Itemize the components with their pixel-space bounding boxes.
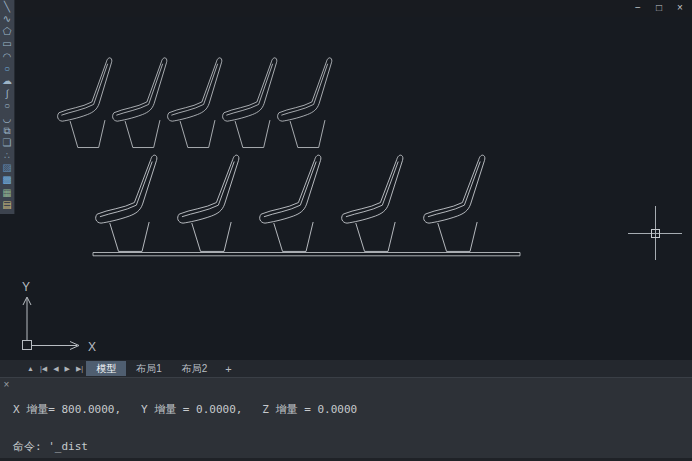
next-tab-button[interactable]: ▶ [62, 365, 73, 373]
chair-block[interactable] [424, 155, 485, 251]
chair-block[interactable] [58, 58, 112, 148]
command-history: X 增量= 800.0000, Y 增量 = 0.0000, Z 增量 = 0.… [13, 379, 690, 461]
polygon-icon[interactable]: ⬠ [1, 26, 14, 38]
ucs-icon: Y X [22, 280, 96, 354]
command-line: 命令: '_dist [13, 441, 690, 453]
spline-icon[interactable]: ∫ [1, 88, 14, 100]
chair-block[interactable] [168, 58, 222, 148]
tab-layout1[interactable]: 布局1 [126, 361, 172, 376]
ucs-x-label: X [88, 340, 96, 354]
table-icon[interactable]: ▦ [1, 187, 14, 199]
add-layout-button[interactable]: + [217, 363, 239, 375]
rectangle-icon[interactable]: ▭ [1, 38, 14, 50]
tab-layout2[interactable]: 布局2 [172, 361, 218, 376]
draw-toolbar: ╲∿⬠▭◠○☁∫○◡⧉❏∴▨▩▦▤ [0, 0, 15, 214]
gradient-icon[interactable]: ▩ [1, 174, 14, 186]
layout-tabbar: ▲ |◀ ◀ ▶ ▶| 模型 布局1 布局2 + [0, 360, 692, 377]
chair-block[interactable] [223, 58, 277, 148]
floor-baseline[interactable] [93, 253, 520, 256]
close-icon[interactable]: × [2, 379, 11, 390]
ucs-y-label: Y [22, 280, 30, 294]
chair-blocks[interactable] [58, 58, 485, 252]
command-panel-collapse-button[interactable]: ▲ [24, 365, 37, 372]
chair-block[interactable] [260, 155, 321, 251]
chair-block[interactable] [113, 58, 167, 148]
circle-icon[interactable]: ○ [1, 63, 14, 75]
chair-block[interactable] [96, 155, 157, 251]
elliptical-arc-icon[interactable]: ◡ [1, 113, 14, 125]
drawing-canvas[interactable]: Y X [0, 0, 692, 360]
ellipse-icon[interactable]: ○ [1, 100, 14, 112]
point-icon[interactable]: ∴ [1, 150, 14, 162]
titlebar: − □ × [0, 0, 692, 17]
first-tab-button[interactable]: |◀ [37, 365, 50, 373]
restore-button[interactable]: □ [653, 1, 665, 15]
minimize-button[interactable]: − [632, 1, 644, 15]
command-line: X 增量= 800.0000, Y 增量 = 0.0000, Z 增量 = 0.… [13, 404, 690, 416]
last-tab-button[interactable]: ▶| [73, 365, 86, 373]
line-icon[interactable]: ╲ [1, 1, 14, 13]
tab-model[interactable]: 模型 [86, 361, 126, 376]
close-button[interactable]: × [674, 1, 686, 15]
revision-cloud-icon[interactable]: ☁ [1, 75, 14, 87]
polyline-icon[interactable]: ∿ [1, 13, 14, 25]
make-block-icon[interactable]: ❏ [1, 137, 14, 149]
crosshair-cursor [628, 206, 682, 260]
chair-block[interactable] [178, 155, 239, 251]
insert-block-icon[interactable]: ⧉ [1, 125, 14, 137]
cad-application-window: Y X − □ × ╲∿⬠▭◠○☁∫○◡⧉❏∴▨▩▦▤ ▲ |◀ ◀ ▶ ▶| … [0, 0, 692, 461]
command-line-panel[interactable]: × X 增量= 800.0000, Y 增量 = 0.0000, Z 增量 = … [0, 377, 692, 461]
arc-icon[interactable]: ◠ [1, 51, 14, 63]
chair-block[interactable] [342, 155, 403, 251]
chair-block[interactable] [278, 58, 332, 148]
hatch-icon[interactable]: ▨ [1, 162, 14, 174]
mtext-icon[interactable]: ▤ [1, 199, 14, 211]
prev-tab-button[interactable]: ◀ [50, 365, 61, 373]
